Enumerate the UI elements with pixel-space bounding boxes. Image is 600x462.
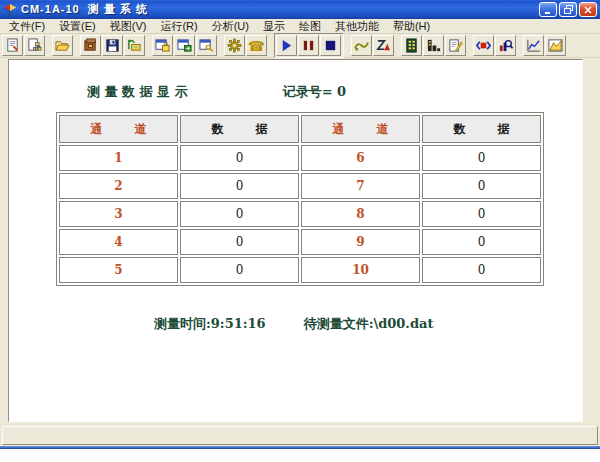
col-header-data-1: 数 据 bbox=[180, 115, 299, 143]
open-folder-button[interactable] bbox=[52, 35, 73, 56]
window-lock-button[interactable] bbox=[152, 35, 173, 56]
toolbar: ☎ bbox=[0, 34, 600, 58]
document-tree-icon bbox=[27, 38, 42, 53]
data-cell: 0 bbox=[422, 257, 541, 283]
menu-settings[interactable]: 设置(E) bbox=[52, 19, 103, 34]
window-controls bbox=[539, 2, 597, 17]
data-cell: 0 bbox=[180, 173, 299, 199]
pause-icon bbox=[301, 38, 316, 53]
channel-cell: 5 bbox=[59, 257, 178, 283]
data-cell: 0 bbox=[422, 229, 541, 255]
titlebar: CM-1A-10 测 量 系 统 bbox=[0, 0, 600, 19]
window-lock-icon bbox=[155, 38, 170, 53]
hand-adjust-button[interactable] bbox=[351, 35, 372, 56]
measure-display-panel: 测 量 数 据 显 示 记录号= 0 通 道 数 据 通 道 数 据 1 0 bbox=[8, 59, 583, 422]
window-config-button[interactable] bbox=[196, 35, 217, 56]
col-header-channel-1: 通 道 bbox=[59, 115, 178, 143]
record-number-label: 记录号= 0 bbox=[283, 83, 346, 101]
window-data-icon bbox=[177, 38, 192, 53]
menu-view[interactable]: 视图(V) bbox=[103, 19, 154, 34]
chart-zoom-icon bbox=[498, 38, 513, 53]
edit-sheet-icon bbox=[448, 38, 463, 53]
chart-zoom-button[interactable] bbox=[495, 35, 516, 56]
gear-icon bbox=[227, 38, 242, 53]
run-control-group bbox=[274, 33, 344, 58]
document-edit-button[interactable] bbox=[2, 35, 23, 56]
data-cell: 0 bbox=[422, 173, 541, 199]
data-grid-button[interactable] bbox=[401, 35, 422, 56]
menubar: 文件(F) 设置(E) 视图(V) 运行(R) 分析(U) 显示 绘图 其他功能… bbox=[0, 19, 600, 34]
zero-set-button[interactable] bbox=[373, 35, 394, 56]
pending-file-label: 待测量文件:\d00.dat bbox=[304, 315, 434, 333]
table-row: 5 0 10 0 bbox=[59, 257, 541, 283]
data-cell: 0 bbox=[180, 257, 299, 283]
document-tree-button[interactable] bbox=[24, 35, 45, 56]
col-header-data-2: 数 据 bbox=[422, 115, 541, 143]
area-chart-button[interactable] bbox=[545, 35, 566, 56]
telephone-button[interactable]: ☎ bbox=[246, 35, 267, 56]
save-floppy-button[interactable] bbox=[102, 35, 123, 56]
table-row: 2 0 7 0 bbox=[59, 173, 541, 199]
bar-graph-button[interactable] bbox=[423, 35, 444, 56]
app-window: CM-1A-10 测 量 系 统 文件(F) 设置(E) 视图(V) 运行(R)… bbox=[0, 0, 600, 449]
window-bottom-border bbox=[0, 446, 600, 449]
data-grid-icon bbox=[404, 38, 419, 53]
channel-cell: 1 bbox=[59, 145, 178, 171]
data-cell: 0 bbox=[422, 145, 541, 171]
menu-file[interactable]: 文件(F) bbox=[2, 19, 52, 34]
window-title: CM-1A-10 测 量 系 统 bbox=[21, 2, 539, 17]
document-edit-icon bbox=[5, 38, 20, 53]
play-button[interactable] bbox=[276, 35, 297, 56]
table-row: 4 0 9 0 bbox=[59, 229, 541, 255]
channel-cell: 9 bbox=[301, 229, 420, 255]
telephone-icon: ☎ bbox=[248, 39, 265, 53]
save-archive-icon bbox=[83, 38, 98, 53]
measurement-table: 通 道 数 据 通 道 数 据 1 0 6 0 2 0 bbox=[56, 112, 544, 286]
channel-cell: 8 bbox=[301, 201, 420, 227]
menu-run[interactable]: 运行(R) bbox=[153, 19, 204, 34]
stop-icon bbox=[323, 38, 338, 53]
line-chart-icon bbox=[526, 38, 541, 53]
play-icon bbox=[279, 38, 294, 53]
channel-cell: 6 bbox=[301, 145, 420, 171]
col-header-channel-2: 通 道 bbox=[301, 115, 420, 143]
area-chart-icon bbox=[548, 38, 563, 53]
window-config-icon bbox=[199, 38, 214, 53]
menu-other-functions[interactable]: 其他功能 bbox=[328, 19, 386, 34]
menu-analysis[interactable]: 分析(U) bbox=[205, 19, 256, 34]
open-folder-icon bbox=[55, 38, 70, 53]
data-cell: 0 bbox=[180, 201, 299, 227]
gear-button[interactable] bbox=[224, 35, 245, 56]
channel-cell: 7 bbox=[301, 173, 420, 199]
maximize-button[interactable] bbox=[559, 2, 577, 17]
menu-display[interactable]: 显示 bbox=[256, 19, 292, 34]
data-transfer-button[interactable] bbox=[473, 35, 494, 56]
line-chart-button[interactable] bbox=[523, 35, 544, 56]
channel-cell: 2 bbox=[59, 173, 178, 199]
statusbar bbox=[0, 424, 600, 446]
save-archive-button[interactable] bbox=[80, 35, 101, 56]
menu-plot[interactable]: 绘图 bbox=[292, 19, 328, 34]
app-icon bbox=[3, 3, 17, 17]
bar-graph-icon bbox=[426, 38, 441, 53]
folder-export-icon bbox=[127, 38, 142, 53]
window-data-button[interactable] bbox=[174, 35, 195, 56]
hand-adjust-icon bbox=[354, 38, 369, 53]
zero-set-icon bbox=[376, 38, 391, 53]
channel-cell: 4 bbox=[59, 229, 178, 255]
statusbar-inset bbox=[2, 426, 598, 445]
edit-sheet-button[interactable] bbox=[445, 35, 466, 56]
data-cell: 0 bbox=[180, 145, 299, 171]
save-floppy-icon bbox=[105, 38, 120, 53]
close-icon bbox=[584, 6, 592, 14]
table-row: 3 0 8 0 bbox=[59, 201, 541, 227]
minimize-button[interactable] bbox=[539, 2, 557, 17]
minimize-icon bbox=[544, 6, 552, 14]
folder-export-button[interactable] bbox=[124, 35, 145, 56]
pause-button[interactable] bbox=[298, 35, 319, 56]
channel-cell: 10 bbox=[301, 257, 420, 283]
close-button[interactable] bbox=[579, 2, 597, 17]
stop-button[interactable] bbox=[320, 35, 341, 56]
table-header-row: 通 道 数 据 通 道 数 据 bbox=[59, 115, 541, 143]
menu-help[interactable]: 帮助(H) bbox=[386, 19, 437, 34]
